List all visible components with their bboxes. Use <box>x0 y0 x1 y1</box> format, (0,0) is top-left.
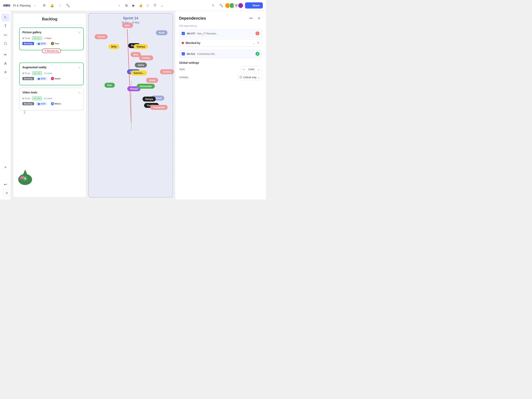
aug-backlog-badge: Backlog <box>22 77 34 80</box>
blocked-by-badge: ⊙ Blocked by <box>42 49 61 53</box>
share-icon: 👤 <box>248 4 251 7</box>
topbar-right: ↖ 🔍 12 👤 Share <box>210 2 263 9</box>
dep-settings-title: Global settings <box>179 61 262 64</box>
sticky-tool[interactable]: ▭ <box>2 31 10 39</box>
dep-visibility-chevron: ⌄ <box>258 76 260 79</box>
video-euc-badge: 👥 EUC <box>36 102 47 106</box>
topbar-center-tools: › ⊞ ▶ 👍 □ ⏱ ⌄ <box>74 2 207 9</box>
aug-card-title: Augmented reality ⤡ <box>22 66 81 70</box>
topbar: miro PI 4: Planning ☆ ⚙ 🔔 ↑ 🔍 › ⊞ ▶ 👍 □ … <box>0 0 266 11</box>
backlog-badge: Backlog <box>22 42 34 45</box>
euc-badge: 👥 EUC <box>36 42 47 45</box>
priority-icon: ≋ <box>44 37 46 40</box>
video-card-meta: ⊞ To do INI-298 ≋ Lower <box>22 97 81 100</box>
card-title: Picture gallery ⤡ <box>22 31 81 34</box>
dep-close-button[interactable]: ✕ <box>256 15 262 21</box>
screen-button[interactable]: □ <box>145 2 151 9</box>
sprint-nodes: Idris Ruth Veerle Billy Rosa Nabiya Bea … <box>89 13 173 197</box>
sidebar-toggle-button[interactable]: ⊟ <box>3 189 10 196</box>
node-samuel: Samue... <box>131 70 147 76</box>
dep-blocked-label: Blocked by <box>186 41 251 44</box>
blocked-icon: ⊙ <box>44 50 46 52</box>
pen-tool[interactable]: ✏ <box>2 51 10 59</box>
node-idris: Idris <box>122 23 133 28</box>
sticker-illustration: ✚ <box>17 168 33 185</box>
node-nabiya: Nabiya <box>134 44 148 49</box>
navigate-button[interactable]: › <box>116 2 122 9</box>
aug-layout-icon: ⊞ <box>22 72 24 75</box>
node-anna: Anna <box>146 78 158 83</box>
node-bea: Bea <box>131 52 141 57</box>
card-tags: Backlog 👥 EUC T Tom <box>22 42 81 45</box>
dep-more-button[interactable]: ••• <box>248 15 254 21</box>
text2-tool[interactable]: A <box>2 60 10 68</box>
dep-blocked-dot <box>182 42 184 44</box>
dep-visibility-select[interactable]: ⓘ Critical only ⌄ <box>237 74 262 80</box>
video-card-title: Video tools ⤡ <box>22 91 81 95</box>
share-button[interactable]: 👤 Share <box>245 2 263 8</box>
person-badge: T Tom <box>49 42 61 45</box>
video-card-tags: Backlog 👥 EUC M Milton <box>22 102 81 106</box>
dep-item-id-511: INI-511 <box>187 52 195 55</box>
table-button[interactable]: ⊞ <box>123 2 130 9</box>
dep-visibility-label: Visibility <box>179 76 188 79</box>
node-sonya: Sonya <box>142 97 156 101</box>
team-icon: 👥 <box>38 42 40 45</box>
video-priority-badge: ≋ Lower <box>44 97 52 100</box>
card-meta: ⊞ To do INI-511 ≋ Major <box>22 36 81 40</box>
frame-tool[interactable]: # <box>2 68 10 76</box>
share-icon-btn[interactable]: ↑ <box>57 2 63 9</box>
timer-button[interactable]: ⏱ <box>152 2 158 9</box>
node-ruth: Ruth <box>156 30 167 35</box>
node-catherine: Catherine <box>150 105 168 110</box>
video-person-avatar: M <box>51 102 54 105</box>
video-team-icon: 👥 <box>38 102 40 105</box>
dep-visibility-value: Critical only <box>243 76 256 79</box>
dep-style-label: Style <box>179 68 185 71</box>
notifications-button[interactable]: 🔔 <box>49 2 55 9</box>
person-avatar: T <box>51 42 54 45</box>
star-icon[interactable]: ☆ <box>34 4 36 7</box>
layout-icon: ⊞ <box>22 37 24 40</box>
aug-status-item: ⊞ To do <box>22 72 30 75</box>
shapes-tool[interactable]: ⬡ <box>2 40 10 48</box>
tool-separator-2 <box>3 78 8 78</box>
aug-person-badge: S Samir <box>49 76 62 81</box>
dep-header-actions: ••• ✕ <box>248 15 262 21</box>
text-tool[interactable]: T <box>2 22 10 30</box>
video-expand-icon[interactable]: ⤡ <box>78 91 81 95</box>
dep-item-name-377: Non_IT Resoluti... <box>197 32 253 35</box>
more-tools[interactable]: » <box>2 163 10 171</box>
sprint-panel: Sprint 14 26 Apr – 10 May Idris Ruth Vee… <box>88 13 173 197</box>
dep-checkbox-377[interactable]: ✓ <box>182 32 185 35</box>
undo-tool[interactable]: ↩ <box>2 180 10 188</box>
node-billy: Billy <box>108 44 119 49</box>
aug-expand-icon[interactable]: ⤡ <box>78 66 81 70</box>
cursor-button[interactable]: ↖ <box>210 2 216 9</box>
avatar-main <box>238 3 243 8</box>
more-tools-button[interactable]: ⌄ <box>159 2 165 9</box>
dep-style-value: Lines <box>248 68 254 71</box>
aug-ini-badge: INI-435 <box>32 71 42 75</box>
dep-checkbox-511[interactable]: ✓ <box>182 52 185 55</box>
search-button[interactable]: 🔍 <box>65 2 71 9</box>
dep-sort-button[interactable]: ⇅ <box>257 41 260 45</box>
dep-style-select[interactable]: — Lines ⌄ <box>240 66 262 72</box>
dep-title: Dependencies <box>179 16 206 21</box>
dep-item-377: ✓ INI-377 Non_IT Resoluti... 1 <box>179 29 262 38</box>
zoom-button[interactable]: 🔍 <box>218 2 224 9</box>
miro-logo: miro <box>3 3 10 7</box>
card-expand-icon[interactable]: ⤡ <box>78 31 81 34</box>
dep-visibility-row: Visibility ⓘ Critical only ⌄ <box>179 74 262 80</box>
dep-count-511: 2 <box>255 52 260 56</box>
settings-button[interactable]: ⚙ <box>41 2 47 9</box>
canvas: Backlog Milestones Picture gallery ⤡ ⊞ T… <box>11 11 266 200</box>
present-button[interactable]: ▶ <box>130 2 137 9</box>
video-backlog-badge: Backlog <box>22 102 34 105</box>
select-tool[interactable]: ↖ <box>2 13 10 21</box>
thumb-button[interactable]: 👍 <box>138 2 144 9</box>
ini-badge: INI-511 <box>32 36 42 40</box>
picture-gallery-card: Picture gallery ⤡ ⊞ To do INI-511 ≋ Majo… <box>19 27 84 50</box>
dep-item-name-511: Commence NZ... <box>197 52 253 55</box>
dep-blocked-selector[interactable]: Blocked by ⌄ ⇅ <box>179 39 262 46</box>
